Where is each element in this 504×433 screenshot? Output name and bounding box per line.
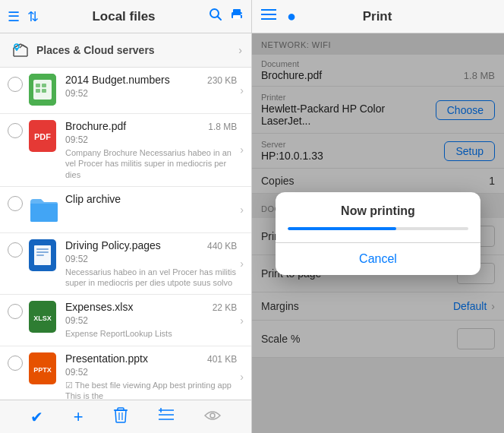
svg-line-11	[20, 45, 23, 48]
right-circle-icon[interactable]: ●	[287, 8, 296, 25]
right-menu-icon[interactable]	[261, 8, 276, 24]
svg-rect-3	[233, 9, 241, 13]
sort-icon[interactable]: ⇅	[27, 8, 39, 25]
list-item[interactable]: XLSX Expenses.xlsx 22 KB 09:52 Expense R…	[0, 295, 251, 346]
svg-line-1	[218, 17, 222, 21]
svg-text:PPTX: PPTX	[33, 366, 52, 374]
printer-icon[interactable]	[230, 8, 244, 25]
file-name: 2014 Budget.numbers	[65, 74, 170, 86]
file-name: Driving Policy.pages	[65, 239, 161, 251]
item-chevron: ›	[240, 258, 244, 270]
page-title: Local files	[46, 9, 201, 24]
svg-rect-26	[36, 248, 49, 250]
places-section-header[interactable]: Places & Cloud servers ›	[0, 33, 251, 68]
pages-icon	[29, 239, 59, 273]
file-time: 09:52	[65, 88, 88, 99]
svg-rect-28	[36, 254, 44, 256]
svg-rect-19	[42, 84, 46, 87]
svg-rect-5	[241, 14, 242, 15]
svg-rect-18	[36, 84, 40, 87]
svg-rect-20	[36, 89, 40, 93]
right-header: ● Print	[252, 0, 504, 33]
file-radio[interactable]	[8, 196, 23, 211]
svg-rect-27	[36, 251, 49, 253]
file-content: Presentation.pptx 401 KB 09:52 ☑ The bes…	[65, 352, 237, 400]
search-icon[interactable]	[209, 8, 222, 25]
list-item[interactable]: PPTX Presentation.pptx 401 KB 09:52 ☑ Th…	[0, 346, 251, 400]
add-icon[interactable]: +	[74, 407, 83, 427]
svg-text:PDF: PDF	[34, 132, 51, 141]
printing-dialog: Now printing Cancel	[276, 192, 480, 275]
file-desc: Expense ReportLookup Lists	[65, 328, 237, 339]
svg-rect-21	[42, 89, 46, 93]
file-radio[interactable]	[8, 304, 23, 319]
folder-icon	[29, 193, 59, 226]
file-radio[interactable]	[8, 77, 23, 92]
file-time: 09:52	[65, 315, 88, 326]
left-footer: ✔ +	[0, 400, 251, 433]
list-item[interactable]: Driving Policy.pages 440 KB 09:52 Necess…	[0, 233, 251, 296]
file-desc: Company Brochure Necessarius habeo in an…	[65, 147, 237, 180]
right-panel: ● Print NETWORK: WIFI Document Brochure.…	[252, 0, 504, 433]
pptx-icon: PPTX	[29, 352, 59, 386]
file-desc: ☑ The best file viewing App best printin…	[65, 380, 237, 400]
file-list: Places & Cloud servers ›	[0, 33, 251, 400]
details-icon[interactable]	[159, 408, 174, 425]
file-time: 09:52	[65, 134, 88, 145]
file-content: 2014 Budget.numbers 230 KB 09:52	[65, 74, 237, 100]
print-content: NETWORK: WIFI Document Brochure.pdf 1.8 …	[252, 33, 504, 433]
svg-text:XLSX: XLSX	[33, 314, 52, 322]
item-chevron: ›	[240, 314, 244, 327]
file-time: 09:52	[65, 254, 88, 264]
progress-bar-container	[288, 227, 468, 230]
file-radio[interactable]	[8, 242, 23, 258]
pdf-icon: PDF	[29, 120, 59, 153]
file-content: Clip archive	[65, 193, 237, 205]
modal-overlay: Now printing Cancel	[252, 33, 504, 433]
item-chevron: ›	[240, 204, 244, 216]
list-item[interactable]: PDF Brochure.pdf 1.8 MB 09:52 Company Br…	[0, 114, 251, 187]
file-desc: Necessarius habeo in an vel Procer has m…	[65, 267, 237, 289]
file-radio[interactable]	[8, 356, 23, 371]
print-title: Print	[304, 9, 451, 24]
file-size: 1.8 MB	[208, 122, 237, 132]
places-label: Places & Cloud servers	[36, 44, 238, 56]
left-header: ☰ ⇅ Local files	[0, 0, 251, 33]
xlsx-icon: XLSX	[29, 301, 59, 334]
file-name: Expenses.xlsx	[65, 301, 133, 313]
list-item[interactable]: 2014 Budget.numbers 230 KB 09:52 ›	[0, 68, 251, 114]
file-name: Brochure.pdf	[65, 120, 126, 132]
list-item[interactable]: Clip archive ›	[0, 187, 251, 233]
file-radio[interactable]	[8, 123, 23, 138]
file-content: Expenses.xlsx 22 KB 09:52 Expense Report…	[65, 301, 237, 339]
places-chevron: ›	[238, 44, 242, 56]
numbers-icon	[29, 74, 59, 107]
file-size: 22 KB	[213, 302, 238, 313]
file-name: Clip archive	[65, 193, 121, 205]
menu-icon[interactable]: ☰	[8, 8, 20, 25]
svg-rect-4	[233, 15, 241, 19]
progress-bar	[288, 227, 396, 230]
item-chevron: ›	[240, 144, 244, 156]
file-size: 401 KB	[207, 354, 237, 365]
file-name: Presentation.pptx	[65, 352, 148, 365]
file-content: Brochure.pdf 1.8 MB 09:52 Company Brochu…	[65, 120, 237, 180]
item-chevron: ›	[240, 84, 244, 96]
modal-title: Now printing	[276, 192, 480, 224]
cancel-print-button[interactable]: Cancel	[276, 243, 480, 275]
item-chevron: ›	[240, 371, 244, 383]
file-time: 09:52	[65, 367, 88, 378]
file-size: 440 KB	[207, 241, 237, 251]
left-panel: ☰ ⇅ Local files	[0, 0, 252, 433]
eye-icon[interactable]	[204, 408, 221, 425]
checkmark-icon[interactable]: ✔	[30, 408, 43, 426]
trash-icon[interactable]	[113, 406, 128, 427]
svg-point-43	[210, 413, 215, 418]
file-size: 230 KB	[207, 75, 237, 86]
file-content: Driving Policy.pages 440 KB 09:52 Necess…	[65, 239, 237, 289]
